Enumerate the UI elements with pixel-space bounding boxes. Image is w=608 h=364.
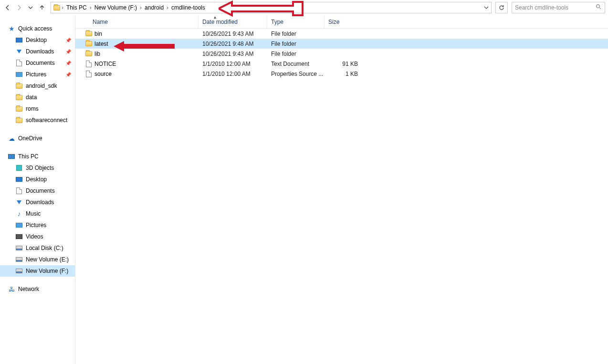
file-type: Properties Source ...: [267, 71, 325, 77]
file-name: lib: [94, 51, 100, 57]
onedrive[interactable]: ☁ OneDrive: [0, 133, 75, 144]
music-icon: ♪: [15, 210, 23, 218]
nav-item-label: 3D Objects: [26, 165, 54, 171]
chevron-right-icon[interactable]: ›: [62, 4, 63, 11]
file-date: 10/26/2021 9:48 AM: [199, 41, 267, 47]
toolbar: › This PC › New Volume (F:) › android › …: [0, 0, 608, 15]
file-row[interactable]: NOTICE1/1/2010 12:00 AMText Document91 K…: [75, 59, 608, 69]
file-size: 91 KB: [325, 61, 363, 67]
nav-item-music[interactable]: ♪Music: [0, 208, 75, 219]
network-icon: 🖧: [8, 285, 15, 293]
file-icon: [85, 60, 93, 68]
file-size: 1 KB: [325, 71, 363, 77]
column-header-date[interactable]: Date modified: [199, 15, 267, 28]
nav-item-documents[interactable]: Documents: [0, 185, 75, 197]
search-icon[interactable]: [596, 4, 602, 11]
nav-item-label: Videos: [26, 233, 43, 240]
pin-icon: 📌: [65, 72, 71, 77]
nav-item-label: Downloads: [26, 199, 54, 206]
nav-item-desktop[interactable]: Desktop📌: [0, 34, 75, 46]
file-row[interactable]: bin10/26/2021 9:43 AMFile folder: [75, 29, 608, 39]
disk-icon: [15, 256, 23, 263]
pic-icon: [15, 221, 23, 229]
search-box[interactable]: [512, 2, 605, 13]
column-headers: Name ▴ Date modified Type Size: [75, 15, 608, 29]
address-dropdown-button[interactable]: [482, 5, 491, 10]
breadcrumb-cmdline-tools[interactable]: cmdline-tools: [169, 2, 207, 13]
3d-icon: [15, 164, 23, 172]
pin-icon: 📌: [65, 49, 71, 54]
quick-access[interactable]: ★ Quick access: [0, 23, 75, 34]
address-bar[interactable]: › This PC › New Volume (F:) › android › …: [51, 2, 492, 13]
nav-item-softwareconnect[interactable]: softwareconnect: [0, 114, 75, 126]
network-label: Network: [18, 286, 39, 292]
video-icon: [15, 233, 23, 240]
column-header-name[interactable]: Name: [75, 15, 199, 28]
nav-item-local-disk-c-[interactable]: Local Disk (C:): [0, 242, 75, 254]
file-type: File folder: [267, 41, 325, 47]
nav-item-label: data: [26, 94, 37, 101]
chevron-right-icon[interactable]: ›: [167, 4, 168, 11]
forward-button[interactable]: [14, 3, 24, 12]
file-list-pane: Name ▴ Date modified Type Size bin10/26/…: [75, 15, 608, 364]
nav-item-desktop[interactable]: Desktop: [0, 174, 75, 185]
onedrive-icon: ☁: [8, 135, 15, 142]
file-name: latest: [94, 41, 108, 47]
chevron-right-icon[interactable]: ›: [140, 4, 142, 11]
recent-locations-button[interactable]: [26, 3, 35, 12]
disk-icon: [15, 267, 23, 275]
nav-item-pictures[interactable]: Pictures📌: [0, 69, 75, 80]
search-input[interactable]: [515, 4, 596, 11]
nav-item-label: Local Disk (C:): [26, 245, 63, 251]
nav-item-pictures[interactable]: Pictures: [0, 219, 75, 231]
back-button[interactable]: [3, 3, 12, 12]
file-type: File folder: [267, 51, 325, 57]
nav-item-documents[interactable]: Documents📌: [0, 57, 75, 69]
network[interactable]: 🖧 Network: [0, 283, 75, 295]
breadcrumb-android[interactable]: android: [143, 2, 166, 13]
nav-item-data[interactable]: data: [0, 92, 75, 103]
this-pc[interactable]: This PC: [0, 151, 75, 162]
navigation-pane: ★ Quick access Desktop📌Downloads📌Documen…: [0, 15, 75, 364]
chevron-right-icon[interactable]: ›: [90, 4, 92, 11]
folder-icon: [85, 30, 93, 38]
this-pc-icon: [8, 153, 15, 160]
breadcrumb-this-pc[interactable]: This PC: [64, 2, 89, 13]
nav-item-3d-objects[interactable]: 3D Objects: [0, 162, 75, 174]
folder-icon: [15, 105, 23, 113]
up-button[interactable]: [37, 3, 47, 12]
pin-icon: 📌: [65, 38, 71, 43]
svg-point-0: [597, 5, 600, 8]
breadcrumb-volume[interactable]: New Volume (F:): [93, 2, 139, 13]
folder-icon: [85, 40, 93, 48]
doc-icon: [15, 59, 23, 67]
download-icon: [15, 48, 23, 55]
column-header-type[interactable]: Type: [267, 15, 325, 28]
folder-icon: [15, 82, 23, 90]
nav-item-new-volume-e-[interactable]: New Volume (E:): [0, 254, 75, 265]
refresh-button[interactable]: [495, 2, 508, 13]
nav-item-downloads[interactable]: Downloads📌: [0, 46, 75, 57]
file-row[interactable]: lib10/26/2021 9:43 AMFile folder: [75, 49, 608, 59]
desktop-icon: [15, 36, 23, 44]
column-header-size[interactable]: Size: [325, 15, 363, 28]
file-row[interactable]: latest10/26/2021 9:48 AMFile folder: [75, 39, 608, 49]
folder-icon: [85, 50, 93, 58]
nav-item-new-volume-f-[interactable]: New Volume (F:): [0, 265, 75, 277]
quick-access-label: Quick access: [18, 25, 52, 32]
nav-item-roms[interactable]: roms: [0, 103, 75, 114]
nav-item-videos[interactable]: Videos: [0, 231, 75, 242]
nav-item-downloads[interactable]: Downloads: [0, 197, 75, 208]
nav-item-label: Pictures: [26, 222, 46, 229]
download-icon: [15, 198, 23, 206]
file-row[interactable]: source1/1/2010 12:00 AMProperties Source…: [75, 69, 608, 79]
nav-item-label: Downloads: [26, 48, 54, 55]
file-name: source: [94, 71, 112, 77]
folder-icon: [15, 116, 23, 124]
file-date: 10/26/2021 9:43 AM: [199, 51, 267, 57]
file-type: File folder: [267, 31, 325, 37]
nav-item-android_sdk[interactable]: android_sdk: [0, 80, 75, 92]
onedrive-label: OneDrive: [18, 135, 42, 142]
quick-access-icon: ★: [8, 25, 15, 32]
file-name: bin: [94, 31, 102, 37]
